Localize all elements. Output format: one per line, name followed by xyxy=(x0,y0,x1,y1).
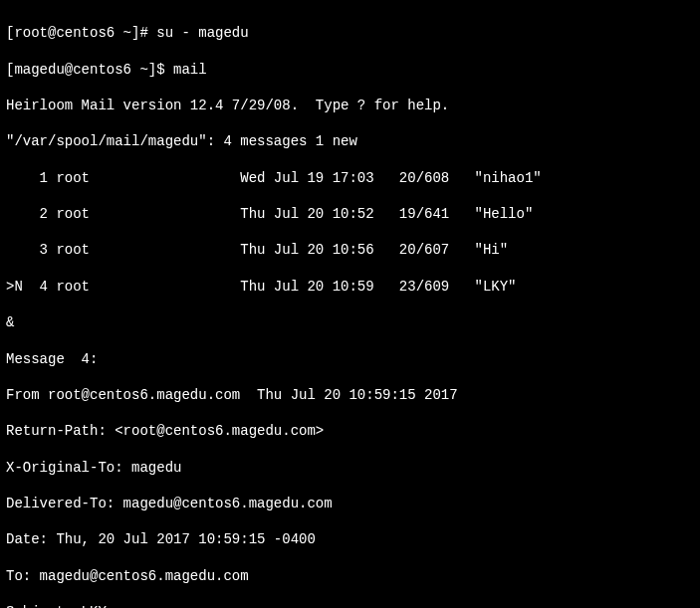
date-header: Date: Thu, 20 Jul 2017 10:59:15 -0400 xyxy=(6,530,694,548)
user-prompt[interactable]: [magedu@centos6 ~]$ xyxy=(6,62,173,78)
mailbox-info: "/var/spool/mail/magedu": 4 messages 1 n… xyxy=(6,132,694,150)
message-header: Message 4: xyxy=(6,350,694,368)
command-su: su - magedu xyxy=(156,25,248,41)
mail-prompt-amp[interactable]: & xyxy=(6,313,694,331)
from-line: From root@centos6.magedu.com Thu Jul 20 … xyxy=(6,386,694,404)
to-header: To: magedu@centos6.magedu.com xyxy=(6,567,694,585)
message-row-1[interactable]: 1 root Wed Jul 19 17:03 20/608 "nihao1" xyxy=(6,169,694,187)
return-path: Return-Path: <root@centos6.magedu.com> xyxy=(6,422,694,440)
message-row-3[interactable]: 3 root Thu Jul 20 10:56 20/607 "Hi" xyxy=(6,241,694,259)
root-prompt[interactable]: [root@centos6 ~]# xyxy=(6,25,156,41)
delivered-to: Delivered-To: magedu@centos6.magedu.com xyxy=(6,495,694,512)
message-row-2[interactable]: 2 root Thu Jul 20 10:52 19/641 "Hello" xyxy=(6,205,694,223)
prompt-line-user: [magedu@centos6 ~]$ mail xyxy=(6,61,694,79)
subject-header: Subject: LKY xyxy=(6,603,694,608)
terminal-output: [root@centos6 ~]# su - magedu [magedu@ce… xyxy=(6,6,694,608)
message-row-4[interactable]: >N 4 root Thu Jul 20 10:59 23/609 "LKY" xyxy=(6,278,694,296)
command-mail: mail xyxy=(173,62,207,78)
mail-version: Heirloom Mail version 12.4 7/29/08. Type… xyxy=(6,97,694,114)
prompt-line-root: [root@centos6 ~]# su - magedu xyxy=(6,24,694,42)
x-original-to: X-Original-To: magedu xyxy=(6,459,694,477)
